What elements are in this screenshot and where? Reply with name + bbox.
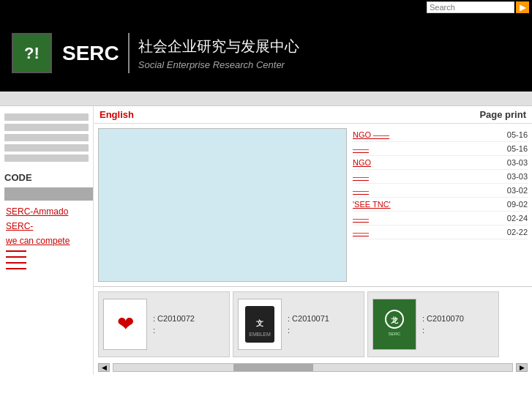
main-image-placeholder <box>98 128 347 282</box>
news-title-5[interactable]: —— <box>353 186 501 195</box>
sidebar-line-3 <box>4 134 89 141</box>
sidebar-red-line-3 <box>6 262 26 264</box>
sidebar-link-compete[interactable]: we can compete <box>4 236 93 246</box>
svg-text:文: 文 <box>256 319 263 327</box>
news-item-6: 'SEE TNC' 09-02 <box>353 198 528 212</box>
news-item-7: —— 02-24 <box>353 212 528 225</box>
sidebar-red-line-2 <box>6 256 26 258</box>
news-date-5: 03-02 <box>507 186 528 195</box>
news-item-4: —— 03-03 <box>353 170 528 184</box>
card-2: 文 EMBLEM : C2010071 : <box>233 291 364 357</box>
scroll-thumb[interactable] <box>233 364 313 371</box>
scroll-right-arrow[interactable]: ▶ <box>516 363 528 372</box>
card-2-code: : C2010071 <box>288 314 329 323</box>
content-area: English Page print NGO —— 05-16 —— 05-16 <box>94 106 532 375</box>
news-date-8: 02-22 <box>507 228 528 236</box>
scroll-left-arrow[interactable]: ◀ <box>98 363 110 372</box>
sidebar-red-line-4 <box>6 268 26 269</box>
news-title-2[interactable]: —— <box>353 144 501 153</box>
news-item-1: NGO —— 05-16 <box>353 128 528 142</box>
news-item-3: NGO 03-03 <box>353 156 528 170</box>
card-2-info: : C2010071 : <box>282 314 329 335</box>
sidebar-line-1 <box>4 113 89 121</box>
svg-rect-3 <box>377 303 412 346</box>
header: ?! SERC 社会企业研究与发展中心 Social Enterprise Re… <box>0 15 532 92</box>
news-title-3[interactable]: NGO <box>353 158 501 167</box>
card-2-sub: : <box>288 326 329 335</box>
org-name-zh: 社会企业研究与发展中心 <box>138 37 299 56</box>
card1-logo-icon: ❤ <box>117 314 134 335</box>
card-2-image: 文 EMBLEM <box>238 299 282 350</box>
org-name-block: 社会企业研究与发展中心 Social Enterprise Research C… <box>138 37 299 70</box>
card-3: 龙 SERC : C2010070 : <box>367 291 499 357</box>
content-two-col: NGO —— 05-16 —— 05-16 NGO 03-03 —— 03-03… <box>94 124 532 286</box>
svg-text:龙: 龙 <box>390 316 399 324</box>
card-3-code: : C2010070 <box>422 314 464 323</box>
card2-emblem-icon: 文 EMBLEM <box>241 302 278 346</box>
top-bar: ▶ <box>0 0 532 15</box>
news-date-4: 03-03 <box>507 172 528 181</box>
english-link[interactable]: English <box>100 109 134 120</box>
news-item-5: —— 03-02 <box>353 184 528 198</box>
news-item-2: —— 05-16 <box>353 142 528 156</box>
scroll-track <box>113 363 513 372</box>
card-1: ❤ : C2010072 : <box>98 291 230 357</box>
search-input[interactable] <box>427 1 514 13</box>
sidebar-lines <box>0 111 93 169</box>
org-name-en: Social Enterprise Research Center <box>138 59 285 70</box>
news-date-7: 02-24 <box>507 214 528 223</box>
news-title-1[interactable]: NGO —— <box>353 130 501 139</box>
card-3-image: 龙 SERC <box>372 299 416 350</box>
news-date-1: 05-16 <box>507 130 528 139</box>
sidebar-line-2 <box>4 124 89 131</box>
sidebar-code-label: CODE <box>4 172 93 183</box>
svg-text:SERC: SERC <box>389 332 401 336</box>
news-list: NGO —— 05-16 —— 05-16 NGO 03-03 —— 03-03… <box>350 124 532 286</box>
content-top-bar: English Page print <box>94 106 532 124</box>
svg-text:EMBLEM: EMBLEM <box>249 332 271 337</box>
cards-container: ❤ : C2010072 : 文 EMBLEM <box>94 291 532 357</box>
main-image-area <box>94 124 350 286</box>
card-3-sub: : <box>422 326 464 335</box>
news-item-8: —— 02-22 <box>353 225 528 239</box>
news-title-6[interactable]: 'SEE TNC' <box>353 200 501 209</box>
sidebar-gray-bar <box>4 187 93 201</box>
main-layout: CODE SERC-Ammado SERC- we can compete En… <box>0 106 532 375</box>
card-3-info: : C2010070 : <box>416 314 464 335</box>
nav-bar <box>0 92 532 106</box>
sidebar-red-line-1 <box>6 250 26 252</box>
news-date-6: 09-02 <box>507 200 528 209</box>
card-1-info: : C2010072 : <box>147 314 195 335</box>
card-1-code: : C2010072 <box>153 314 195 323</box>
sidebar-code-section: CODE SERC-Ammado SERC- we can compete <box>0 169 93 277</box>
serc-title: SERC <box>62 42 119 65</box>
search-button[interactable]: ▶ <box>516 1 529 13</box>
sidebar: CODE SERC-Ammado SERC- we can compete <box>0 106 94 375</box>
news-title-7[interactable]: —— <box>353 214 501 223</box>
sidebar-link-serc[interactable]: SERC- <box>4 221 93 231</box>
header-divider <box>128 33 130 73</box>
news-title-4[interactable]: —— <box>353 172 501 181</box>
news-title-8[interactable]: —— <box>353 228 501 236</box>
card-1-image: ❤ <box>103 299 147 350</box>
page-print-link[interactable]: Page print <box>479 109 526 120</box>
news-date-2: 05-16 <box>507 144 528 153</box>
sidebar-line-5 <box>4 154 89 162</box>
bottom-section: ❤ : C2010072 : 文 EMBLEM <box>94 286 532 375</box>
sidebar-line-4 <box>4 144 89 152</box>
logo-text: ?! <box>24 44 40 63</box>
news-date-3: 03-03 <box>507 158 528 167</box>
logo-box: ?! <box>12 33 52 73</box>
card3-green-icon: 龙 SERC <box>373 299 416 349</box>
sidebar-link-ammado[interactable]: SERC-Ammado <box>4 206 93 217</box>
card-1-sub: : <box>153 326 195 335</box>
scroll-bar-area: ◀ ▶ <box>94 360 532 375</box>
card3-emblem-svg: 龙 SERC <box>377 303 412 346</box>
